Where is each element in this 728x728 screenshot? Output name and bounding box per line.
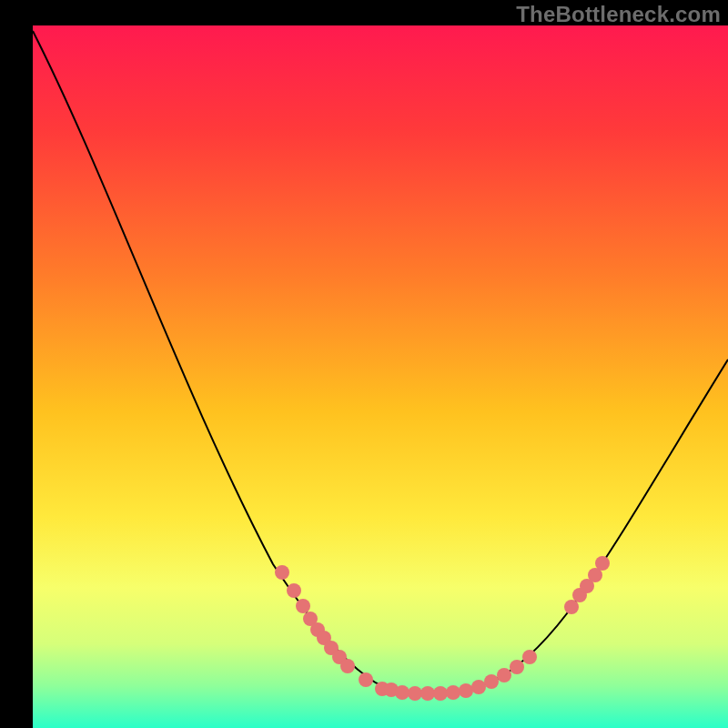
data-dot	[471, 680, 486, 694]
data-dot	[446, 685, 460, 700]
data-dot	[296, 599, 310, 613]
chart-stage: TheBottleneck.com	[0, 0, 728, 728]
data-dot	[420, 686, 435, 701]
data-dot	[395, 685, 410, 700]
data-dot	[359, 672, 373, 687]
data-dot	[408, 686, 422, 701]
data-dot	[595, 556, 610, 571]
data-dot	[497, 668, 511, 682]
attribution-label: TheBottleneck.com	[516, 2, 721, 27]
data-dot	[522, 650, 537, 664]
data-dot	[275, 565, 289, 580]
data-dot	[510, 660, 524, 674]
data-dot	[433, 686, 448, 701]
data-dot	[564, 600, 579, 614]
data-dot	[287, 583, 301, 598]
data-dot	[340, 659, 355, 673]
bottleneck-chart	[0, 0, 728, 728]
data-dot	[459, 683, 473, 698]
gradient-background	[33, 25, 728, 728]
data-dot	[484, 674, 499, 689]
